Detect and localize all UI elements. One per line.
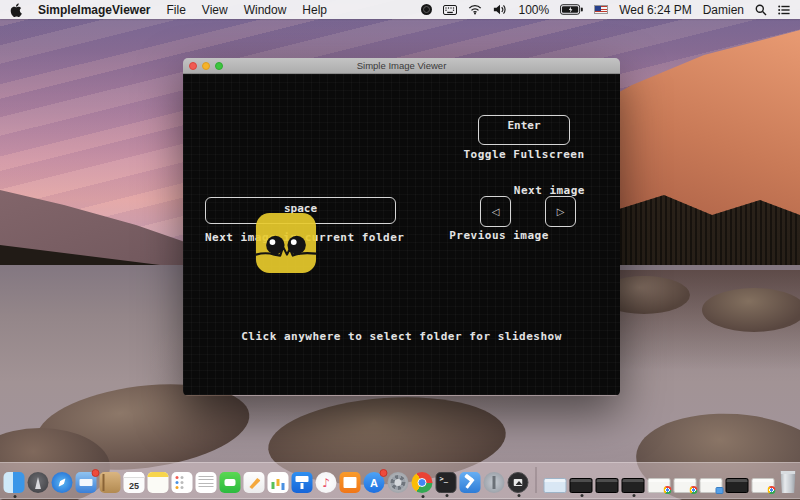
notification-badge bbox=[380, 469, 388, 477]
dock-ibooks-icon[interactable] bbox=[340, 472, 361, 493]
running-indicator bbox=[517, 494, 520, 497]
previous-image-caption: Previous image bbox=[439, 229, 559, 242]
status-record-icon[interactable] bbox=[421, 4, 432, 15]
dock-finder-icon[interactable] bbox=[4, 472, 25, 493]
close-button[interactable] bbox=[189, 62, 197, 70]
dock-launchpad-icon[interactable] bbox=[28, 472, 49, 493]
minimized-terminal-window[interactable] bbox=[570, 478, 593, 493]
menu-bar-clock[interactable]: Wed 6:24 PM bbox=[619, 3, 691, 17]
spotlight-search-icon[interactable] bbox=[755, 4, 767, 16]
window-titlebar[interactable]: Simple Image Viewer bbox=[183, 58, 620, 74]
fast-user-switch[interactable]: Damien bbox=[703, 3, 744, 17]
minimized-files-window[interactable] bbox=[700, 478, 723, 493]
chrome-badge-icon bbox=[664, 486, 672, 494]
menu-window[interactable]: Window bbox=[244, 3, 287, 17]
wallpaper-rock bbox=[702, 288, 800, 332]
dock-separator bbox=[536, 467, 537, 493]
window-title: Simple Image Viewer bbox=[183, 60, 620, 71]
minimized-terminal-window[interactable] bbox=[596, 478, 619, 493]
right-arrow-icon: ▷ bbox=[557, 206, 565, 217]
dock-app-store-icon[interactable] bbox=[364, 472, 385, 493]
slideshow-hint: Click anywhere to select folder for slid… bbox=[183, 330, 620, 343]
notification-badge bbox=[92, 469, 100, 477]
dock-terminal-icon[interactable] bbox=[436, 472, 457, 493]
dock-system-preferences-icon[interactable] bbox=[388, 472, 409, 493]
dock-calendar-icon[interactable]: 25 bbox=[124, 472, 145, 493]
menu-file[interactable]: File bbox=[167, 3, 186, 17]
dock-trash-icon[interactable] bbox=[780, 471, 797, 493]
dock-notes-icon[interactable] bbox=[148, 472, 169, 493]
dock-safari-icon[interactable] bbox=[52, 472, 73, 493]
dock-reminders-icon[interactable] bbox=[172, 472, 193, 493]
zoom-button[interactable] bbox=[215, 62, 223, 70]
dock-keynote-icon[interactable] bbox=[292, 472, 313, 493]
enter-key-label: Enter bbox=[507, 119, 540, 132]
folder-badge-icon bbox=[716, 487, 724, 494]
minimized-terminal-window[interactable] bbox=[726, 478, 749, 493]
dock-textedit-icon[interactable] bbox=[196, 472, 217, 493]
left-arrow-key-illustration: ◁ bbox=[480, 196, 511, 227]
menu-bar: SimpleImageViewer File View Window Help … bbox=[0, 0, 800, 19]
dock-mail-icon[interactable] bbox=[76, 472, 97, 493]
keyboard-icon[interactable] bbox=[443, 5, 457, 15]
minimize-button[interactable] bbox=[202, 62, 210, 70]
minimized-chrome-window[interactable] bbox=[648, 478, 671, 493]
dock-contacts-icon[interactable] bbox=[100, 472, 121, 493]
dock-numbers-icon[interactable] bbox=[268, 472, 289, 493]
input-language-flag-icon[interactable] bbox=[594, 5, 608, 14]
dock-xcode-icon[interactable] bbox=[460, 472, 481, 493]
chrome-badge-icon bbox=[690, 486, 698, 494]
dock-itunes-icon[interactable] bbox=[316, 472, 337, 493]
active-app-name[interactable]: SimpleImageViewer bbox=[38, 3, 151, 17]
running-indicator bbox=[445, 494, 448, 497]
dock-facetime-icon[interactable] bbox=[220, 472, 241, 493]
left-arrow-icon: ◁ bbox=[492, 206, 500, 217]
calendar-day: 25 bbox=[124, 481, 145, 491]
dock-pages-icon[interactable] bbox=[244, 472, 265, 493]
running-indicator bbox=[632, 494, 635, 497]
minimized-terminal-window[interactable] bbox=[622, 478, 645, 493]
enter-key-illustration: Enter bbox=[478, 115, 570, 145]
minimized-finder-window[interactable] bbox=[544, 478, 567, 493]
chrome-badge-icon bbox=[768, 486, 776, 494]
toggle-fullscreen-caption: Toggle Fullscreen bbox=[429, 148, 619, 161]
menu-help[interactable]: Help bbox=[302, 3, 327, 17]
minimized-chrome-window[interactable] bbox=[674, 478, 697, 493]
wifi-icon[interactable] bbox=[468, 4, 482, 15]
dock-chrome-icon[interactable] bbox=[412, 472, 433, 493]
dock-simple-image-viewer-icon[interactable] bbox=[508, 472, 529, 493]
app-face-icon bbox=[255, 212, 317, 274]
battery-percent: 100% bbox=[518, 3, 549, 17]
apple-icon bbox=[10, 3, 22, 17]
right-arrow-key-illustration: ▷ bbox=[545, 196, 576, 227]
menu-view[interactable]: View bbox=[202, 3, 228, 17]
running-indicator bbox=[580, 494, 583, 497]
battery-icon[interactable] bbox=[560, 4, 583, 15]
minimized-chrome-window[interactable] bbox=[752, 478, 775, 493]
running-indicator bbox=[421, 495, 424, 498]
running-indicator bbox=[13, 495, 16, 498]
viewer-canvas[interactable]: Enter Toggle Fullscreen Next image ◁ ▷ P… bbox=[183, 74, 620, 395]
dock-utility-icon[interactable] bbox=[484, 472, 505, 493]
simple-image-viewer-window: Simple Image Viewer Enter Toggle Fullscr… bbox=[183, 58, 620, 396]
notification-center-icon[interactable] bbox=[778, 5, 790, 15]
dock: 25 bbox=[0, 462, 800, 499]
volume-icon[interactable] bbox=[493, 4, 507, 15]
apple-menu[interactable] bbox=[10, 3, 22, 17]
